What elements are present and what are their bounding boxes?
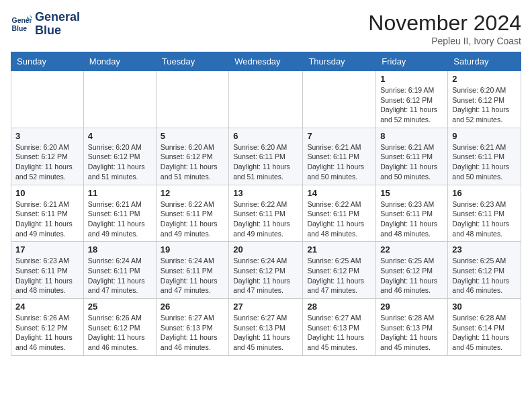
- day-cell: 15Sunrise: 6:23 AM Sunset: 6:11 PM Dayli…: [376, 185, 448, 242]
- day-number: 12: [161, 188, 224, 198]
- week-row-2: 3Sunrise: 6:20 AM Sunset: 6:12 PM Daylig…: [11, 128, 521, 185]
- day-cell: 9Sunrise: 6:21 AM Sunset: 6:11 PM Daylig…: [448, 128, 521, 185]
- day-number: 14: [307, 188, 371, 198]
- calendar-table: SundayMondayTuesdayWednesdayThursdayFrid…: [11, 52, 521, 356]
- day-number: 19: [161, 244, 224, 255]
- day-info: Sunrise: 6:23 AM Sunset: 6:11 PM Dayligh…: [15, 256, 79, 295]
- day-number: 20: [233, 244, 298, 255]
- day-info: Sunrise: 6:28 AM Sunset: 6:13 PM Dayligh…: [380, 313, 443, 353]
- day-info: Sunrise: 6:21 AM Sunset: 6:11 PM Dayligh…: [307, 142, 371, 182]
- logo-text-general: General: [35, 11, 80, 24]
- day-cell: 25Sunrise: 6:26 AM Sunset: 6:12 PM Dayli…: [83, 299, 156, 356]
- day-cell: 11Sunrise: 6:21 AM Sunset: 6:11 PM Dayli…: [83, 185, 156, 242]
- day-number: 29: [380, 302, 443, 312]
- day-info: Sunrise: 6:27 AM Sunset: 6:13 PM Dayligh…: [233, 313, 298, 353]
- day-number: 22: [380, 244, 443, 255]
- day-number: 9: [452, 131, 517, 141]
- week-row-1: 1Sunrise: 6:19 AM Sunset: 6:12 PM Daylig…: [11, 71, 521, 128]
- day-cell: 1Sunrise: 6:19 AM Sunset: 6:12 PM Daylig…: [376, 71, 448, 128]
- day-info: Sunrise: 6:25 AM Sunset: 6:12 PM Dayligh…: [452, 256, 517, 295]
- header-cell-thursday: Thursday: [303, 52, 376, 71]
- day-cell: 6Sunrise: 6:20 AM Sunset: 6:11 PM Daylig…: [229, 128, 303, 185]
- day-number: 10: [15, 188, 79, 198]
- day-number: 28: [307, 302, 371, 312]
- day-number: 21: [307, 244, 371, 255]
- week-row-4: 17Sunrise: 6:23 AM Sunset: 6:11 PM Dayli…: [11, 242, 521, 299]
- day-number: 30: [452, 302, 517, 312]
- day-info: Sunrise: 6:21 AM Sunset: 6:11 PM Dayligh…: [380, 142, 443, 182]
- day-info: Sunrise: 6:26 AM Sunset: 6:12 PM Dayligh…: [15, 313, 79, 353]
- day-number: 5: [161, 131, 224, 141]
- week-row-5: 24Sunrise: 6:26 AM Sunset: 6:12 PM Dayli…: [11, 299, 521, 356]
- day-number: 25: [88, 302, 152, 312]
- day-number: 17: [15, 244, 79, 255]
- day-cell: 20Sunrise: 6:24 AM Sunset: 6:12 PM Dayli…: [229, 242, 303, 299]
- logo: General Blue General Blue: [11, 11, 80, 38]
- day-cell: 21Sunrise: 6:25 AM Sunset: 6:12 PM Dayli…: [303, 242, 376, 299]
- day-cell: [83, 71, 156, 128]
- day-cell: [229, 71, 303, 128]
- logo-text-blue: Blue: [35, 24, 80, 38]
- title-area: November 2024 Pepleu II, Ivory Coast: [368, 11, 521, 46]
- day-cell: 10Sunrise: 6:21 AM Sunset: 6:11 PM Dayli…: [11, 185, 84, 242]
- day-cell: 12Sunrise: 6:22 AM Sunset: 6:11 PM Dayli…: [156, 185, 228, 242]
- day-info: Sunrise: 6:22 AM Sunset: 6:11 PM Dayligh…: [233, 199, 298, 239]
- day-number: 26: [161, 302, 224, 312]
- day-cell: 8Sunrise: 6:21 AM Sunset: 6:11 PM Daylig…: [376, 128, 448, 185]
- day-info: Sunrise: 6:25 AM Sunset: 6:12 PM Dayligh…: [380, 256, 443, 295]
- day-cell: [303, 71, 376, 128]
- day-number: 11: [88, 188, 152, 198]
- day-cell: 18Sunrise: 6:24 AM Sunset: 6:11 PM Dayli…: [83, 242, 156, 299]
- day-info: Sunrise: 6:21 AM Sunset: 6:11 PM Dayligh…: [15, 199, 79, 239]
- day-cell: 17Sunrise: 6:23 AM Sunset: 6:11 PM Dayli…: [11, 242, 84, 299]
- day-info: Sunrise: 6:23 AM Sunset: 6:11 PM Dayligh…: [452, 199, 517, 239]
- day-number: 3: [15, 131, 79, 141]
- day-cell: 13Sunrise: 6:22 AM Sunset: 6:11 PM Dayli…: [229, 185, 303, 242]
- svg-text:General: General: [12, 17, 32, 24]
- header-cell-sunday: Sunday: [11, 52, 84, 71]
- day-number: 18: [88, 244, 152, 255]
- day-cell: 30Sunrise: 6:28 AM Sunset: 6:14 PM Dayli…: [448, 299, 521, 356]
- day-info: Sunrise: 6:27 AM Sunset: 6:13 PM Dayligh…: [161, 313, 224, 353]
- day-info: Sunrise: 6:20 AM Sunset: 6:12 PM Dayligh…: [161, 142, 224, 182]
- day-cell: 7Sunrise: 6:21 AM Sunset: 6:11 PM Daylig…: [303, 128, 376, 185]
- day-cell: 5Sunrise: 6:20 AM Sunset: 6:12 PM Daylig…: [156, 128, 228, 185]
- day-info: Sunrise: 6:24 AM Sunset: 6:11 PM Dayligh…: [88, 256, 152, 295]
- day-info: Sunrise: 6:25 AM Sunset: 6:12 PM Dayligh…: [307, 256, 371, 295]
- header-cell-monday: Monday: [83, 52, 156, 71]
- day-info: Sunrise: 6:21 AM Sunset: 6:11 PM Dayligh…: [88, 199, 152, 239]
- day-info: Sunrise: 6:22 AM Sunset: 6:11 PM Dayligh…: [161, 199, 224, 239]
- day-cell: 23Sunrise: 6:25 AM Sunset: 6:12 PM Dayli…: [448, 242, 521, 299]
- day-info: Sunrise: 6:20 AM Sunset: 6:12 PM Dayligh…: [88, 142, 152, 182]
- day-cell: 4Sunrise: 6:20 AM Sunset: 6:12 PM Daylig…: [83, 128, 156, 185]
- logo-icon: General Blue: [11, 13, 32, 35]
- header-cell-tuesday: Tuesday: [156, 52, 228, 71]
- day-number: 15: [380, 188, 443, 198]
- day-number: 2: [452, 74, 517, 84]
- location-subtitle: Pepleu II, Ivory Coast: [368, 36, 521, 46]
- month-title: November 2024: [368, 11, 521, 36]
- header-cell-friday: Friday: [376, 52, 448, 71]
- day-cell: 27Sunrise: 6:27 AM Sunset: 6:13 PM Dayli…: [229, 299, 303, 356]
- day-number: 27: [233, 302, 298, 312]
- day-info: Sunrise: 6:20 AM Sunset: 6:12 PM Dayligh…: [452, 85, 517, 125]
- day-info: Sunrise: 6:27 AM Sunset: 6:13 PM Dayligh…: [307, 313, 371, 353]
- day-number: 24: [15, 302, 79, 312]
- day-cell: 19Sunrise: 6:24 AM Sunset: 6:11 PM Dayli…: [156, 242, 228, 299]
- day-cell: [11, 71, 84, 128]
- day-info: Sunrise: 6:20 AM Sunset: 6:11 PM Dayligh…: [233, 142, 298, 182]
- day-info: Sunrise: 6:21 AM Sunset: 6:11 PM Dayligh…: [452, 142, 517, 182]
- day-number: 4: [88, 131, 152, 141]
- day-number: 16: [452, 188, 517, 198]
- day-cell: 28Sunrise: 6:27 AM Sunset: 6:13 PM Dayli…: [303, 299, 376, 356]
- day-number: 7: [307, 131, 371, 141]
- day-number: 8: [380, 131, 443, 141]
- day-info: Sunrise: 6:24 AM Sunset: 6:12 PM Dayligh…: [233, 256, 298, 295]
- header-row: SundayMondayTuesdayWednesdayThursdayFrid…: [11, 52, 521, 71]
- header-cell-saturday: Saturday: [448, 52, 521, 71]
- day-cell: 29Sunrise: 6:28 AM Sunset: 6:13 PM Dayli…: [376, 299, 448, 356]
- day-info: Sunrise: 6:19 AM Sunset: 6:12 PM Dayligh…: [380, 85, 443, 125]
- header-cell-wednesday: Wednesday: [229, 52, 303, 71]
- header: General Blue General Blue November 2024 …: [11, 11, 521, 46]
- day-number: 13: [233, 188, 298, 198]
